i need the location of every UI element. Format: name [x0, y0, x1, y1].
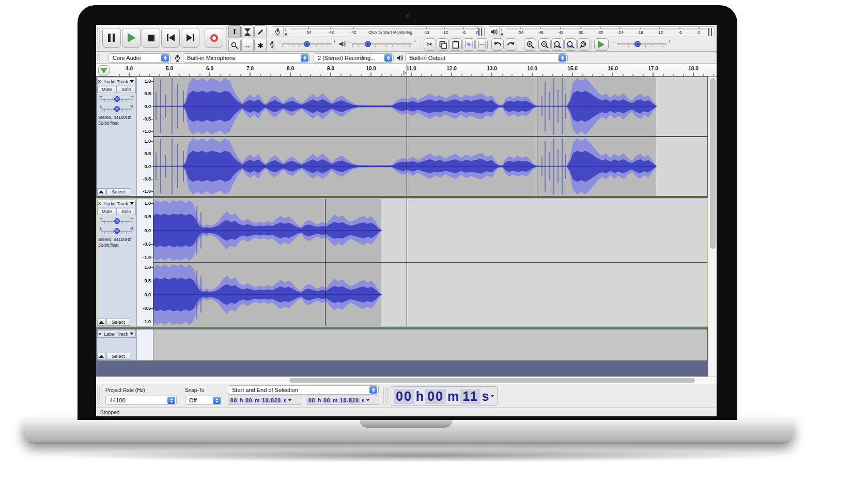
clip-boundary[interactable] [537, 77, 537, 196]
gain-slider[interactable]: − + [100, 217, 133, 225]
cut-button[interactable]: ✂ [424, 38, 436, 51]
track-2-waveform[interactable] [153, 199, 707, 326]
multi-tool-button[interactable]: ✱ [254, 39, 267, 52]
toolbar-grip[interactable] [385, 387, 389, 404]
selection-tool-button[interactable]: I [228, 25, 241, 38]
clip-boundary[interactable] [325, 199, 326, 326]
track-1-left-channel[interactable] [153, 77, 707, 135]
toolbar-grip[interactable] [97, 387, 100, 404]
gain-thumb[interactable] [114, 96, 120, 102]
toolbar-grip[interactable] [97, 54, 100, 62]
horizontal-scrollbar[interactable] [96, 376, 717, 384]
pan-thumb[interactable] [114, 228, 120, 234]
snap-to-select[interactable]: Off [185, 396, 222, 405]
project-rate-select[interactable]: 44100 [105, 396, 177, 405]
mute-button[interactable]: Mute [97, 208, 117, 215]
silence-audio-button[interactable] [475, 38, 488, 51]
label-track-content[interactable] [153, 329, 707, 360]
skip-to-end-button[interactable] [181, 28, 199, 48]
vertical-scrollbar[interactable] [708, 77, 717, 376]
time-digits[interactable]: 00 [307, 398, 316, 403]
collapse-track-button[interactable] [97, 319, 105, 326]
selection-end-field[interactable]: 00h00m10.820s [306, 396, 379, 405]
time-digits[interactable]: 00 [229, 398, 238, 403]
select-track-button[interactable]: Select [106, 353, 130, 360]
time-digits[interactable]: 00 [244, 398, 253, 403]
input-device-select[interactable]: Built-in Microphone [183, 53, 310, 63]
time-digits[interactable]: 10.820 [339, 398, 360, 403]
toolbar-grip[interactable] [97, 27, 100, 49]
track-2-vertical-ruler[interactable]: 1.00.50.0-0.5-1.01.00.50.0-0.5-1.0 [137, 199, 153, 326]
stop-button[interactable] [142, 28, 160, 48]
pan-slider[interactable]: L R [100, 104, 133, 113]
playhead-cursor-handle[interactable] [403, 70, 407, 76]
gain-thumb[interactable] [114, 218, 120, 224]
time-digits[interactable]: 00 [322, 398, 331, 403]
zoom-tool-button[interactable] [228, 39, 241, 52]
collapse-track-button[interactable] [97, 188, 105, 195]
redo-button[interactable] [505, 38, 517, 51]
time-digits[interactable]: 10.820 [261, 398, 282, 403]
playback-volume-slider[interactable]: − + [348, 39, 416, 49]
time-format-dropdown-icon[interactable] [491, 395, 494, 397]
zoom-in-button[interactable] [524, 38, 536, 51]
track-2-right-channel[interactable] [153, 263, 707, 326]
selection-mode-select[interactable]: Start and End of Selection [228, 385, 379, 395]
close-track-button[interactable]: ✕ [97, 330, 102, 338]
zoom-out-button[interactable] [538, 38, 551, 51]
select-track-button[interactable]: Select [106, 188, 130, 195]
copy-button[interactable] [437, 38, 449, 51]
record-volume-thumb[interactable] [304, 41, 310, 47]
track-1-right-channel[interactable] [153, 137, 707, 195]
draw-tool-button[interactable] [254, 25, 267, 38]
track-menu-button[interactable]: Audio Track [102, 200, 136, 207]
play-speed-slider[interactable]: − + [613, 39, 671, 49]
audio-host-select[interactable]: Core Audio [109, 53, 171, 63]
mute-button[interactable]: Mute [97, 86, 117, 93]
skip-to-start-button[interactable] [161, 28, 180, 48]
gain-slider[interactable]: − + [100, 95, 133, 103]
record-button[interactable] [205, 28, 223, 48]
select-track-button[interactable]: Select [106, 319, 130, 326]
solo-button[interactable]: Solo [117, 86, 136, 93]
timeshift-tool-button[interactable]: ↔ [241, 39, 254, 52]
trim-audio-button[interactable] [462, 38, 475, 51]
recording-meter[interactable]: LR -54-48-42-18-12-60Click to Start Moni… [272, 26, 485, 37]
time-digits[interactable]: 00 [425, 389, 446, 404]
fit-project-button[interactable] [564, 38, 577, 51]
track-2-left-channel[interactable] [153, 199, 707, 262]
undo-button[interactable] [491, 38, 504, 51]
ruler-strip[interactable]: 4.05.06.07.08.09.010.011.012.013.014.015… [96, 64, 717, 76]
fit-selection-button[interactable] [551, 38, 564, 51]
pause-button[interactable] [102, 28, 121, 48]
solo-button[interactable]: Solo [117, 208, 136, 215]
input-channels-select[interactable]: 2 (Stereo) Recording... [314, 53, 394, 63]
time-format-dropdown-icon[interactable] [366, 399, 369, 401]
monitor-hint-text[interactable]: Click to Start Monitoring [367, 29, 414, 34]
time-format-dropdown-icon[interactable] [288, 399, 291, 401]
close-track-button[interactable]: ✕ [97, 200, 102, 207]
horizontal-scrollbar-thumb[interactable] [289, 378, 695, 383]
close-track-button[interactable]: ✕ [97, 78, 102, 85]
play-button[interactable] [122, 28, 141, 48]
envelope-tool-button[interactable] [241, 25, 254, 38]
playback-meter[interactable]: LR -54-48-42-36-30-24-18-12-60 [488, 26, 715, 37]
pan-thumb[interactable] [114, 106, 120, 112]
track-1-vertical-ruler[interactable]: 1.00.50.0-0.5-1.01.00.50.0-0.5-1.0 [137, 77, 153, 196]
zoom-toggle-button[interactable] [577, 38, 590, 51]
track-menu-button[interactable]: Audio Track [102, 78, 136, 85]
audio-position-field[interactable]: 00h00m11s [391, 386, 498, 406]
time-digits[interactable]: 00 [394, 389, 414, 404]
timeline-ruler[interactable]: 4.05.06.07.08.09.010.011.012.013.014.015… [96, 64, 717, 77]
playhead-cursor-line[interactable] [407, 64, 407, 76]
paste-button[interactable] [450, 38, 462, 51]
selection-start-field[interactable]: 00h00m10.820s [228, 396, 301, 405]
collapse-track-button[interactable] [97, 353, 105, 360]
output-device-select[interactable]: Built-in Output [405, 53, 568, 63]
pan-slider[interactable]: L R [100, 227, 133, 235]
play-at-speed-button[interactable] [594, 38, 609, 51]
time-digits[interactable]: 11 [460, 389, 480, 404]
track-menu-button[interactable]: Label Track [102, 330, 136, 338]
track-1-waveform[interactable] [153, 77, 707, 196]
record-volume-slider[interactable]: − + [278, 39, 336, 49]
